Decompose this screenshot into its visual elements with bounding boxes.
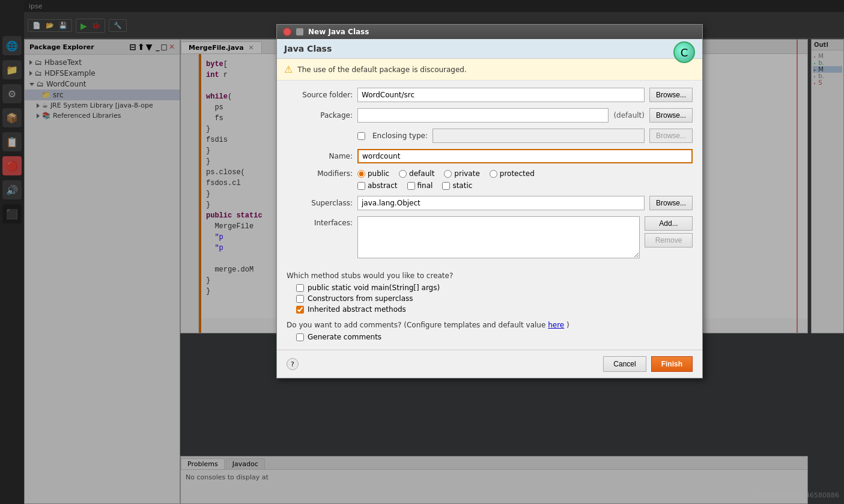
cancel-button[interactable]: Cancel: [603, 356, 646, 372]
stub-inherited[interactable]: Inherited abstract methods: [296, 305, 693, 314]
stub-main-method[interactable]: public static void main(String[] args): [296, 284, 693, 292]
comments-text: Do you want to add comments? (Configure …: [287, 321, 545, 329]
modifiers-row: Modifiers: public default private: [287, 169, 693, 178]
package-label: Package:: [287, 111, 353, 120]
superclass-label: Superclass:: [287, 199, 353, 207]
modifier-private-radio[interactable]: [444, 170, 452, 178]
enclosing-type-label: Enclosing type:: [372, 132, 428, 140]
modifier-final[interactable]: final: [407, 181, 433, 190]
name-input[interactable]: [357, 149, 693, 163]
modifier-static-label: static: [452, 181, 472, 190]
modifier-static-checkbox[interactable]: [442, 182, 450, 190]
interfaces-add-btn[interactable]: Add...: [645, 216, 693, 231]
modifier-protected-label: protected: [500, 169, 535, 178]
source-folder-row: Source folder: Browse...: [287, 88, 693, 102]
dialog-title: New Java Class: [308, 28, 369, 36]
name-label: Name:: [287, 152, 353, 160]
modifier-abstract[interactable]: abstract: [357, 181, 398, 190]
modifier-protected[interactable]: protected: [490, 169, 535, 178]
interfaces-btn-group: Add... Remove: [645, 216, 693, 247]
stub-constructors-checkbox[interactable]: [296, 295, 304, 303]
dialog-footer: ? Cancel Finish: [277, 350, 702, 378]
stub-main-checkbox[interactable]: [296, 284, 304, 292]
stub-main-label: public static void main(String[] args): [308, 284, 440, 292]
interfaces-label: Interfaces:: [287, 216, 353, 227]
modifier-public[interactable]: public: [357, 169, 389, 178]
help-button[interactable]: ?: [287, 358, 299, 370]
warning-bar: ⚠ The use of the default package is disc…: [277, 59, 702, 80]
source-folder-input[interactable]: [357, 88, 645, 102]
finish-button[interactable]: Finish: [651, 356, 693, 372]
enclosing-type-browse-btn: Browse...: [649, 129, 693, 143]
generate-comments-label: Generate comments: [308, 333, 381, 341]
generate-comments-row[interactable]: Generate comments: [296, 333, 693, 341]
warning-icon: ⚠: [284, 64, 293, 75]
package-row: Package: (default) Browse...: [287, 108, 693, 123]
source-folder-browse-btn[interactable]: Browse...: [649, 88, 693, 102]
modifier-default[interactable]: default: [399, 169, 434, 178]
source-folder-label: Source folder:: [287, 91, 353, 99]
modifiers-radio-group: public default private protected: [357, 169, 535, 178]
comments-section: Do you want to add comments? (Configure …: [277, 321, 702, 350]
stubs-title: Which method stubs would you like to cre…: [287, 272, 693, 280]
comments-link-suffix: ): [566, 321, 569, 329]
stub-inherited-checkbox[interactable]: [296, 306, 304, 314]
enclosing-type-row: Enclosing type: Browse...: [287, 129, 693, 143]
interfaces-row: Interfaces: Add... Remove: [287, 216, 693, 258]
dialog-section-header-row: Java Class C: [277, 39, 702, 59]
generate-comments-checkbox[interactable]: [296, 333, 304, 341]
modifier-final-label: final: [417, 181, 433, 190]
interfaces-input[interactable]: [357, 216, 640, 258]
modifier-abstract-label: abstract: [368, 181, 398, 190]
dialog-body: Java Class C ⚠ The use of the default pa…: [277, 39, 702, 378]
modifier-private-label: private: [454, 169, 479, 178]
enclosing-type-input[interactable]: [433, 129, 645, 143]
modifier-public-label: public: [368, 169, 389, 178]
eclipse-logo-container: C: [673, 41, 695, 63]
warning-text: The use of the default package is discou…: [297, 65, 466, 74]
modifier-final-checkbox[interactable]: [407, 182, 415, 190]
name-row: Name:: [287, 149, 693, 163]
new-java-class-dialog: New Java Class Java Class C ⚠ The use of…: [276, 24, 703, 378]
superclass-browse-btn[interactable]: Browse...: [649, 196, 693, 210]
package-default-text: (default): [613, 111, 645, 120]
stub-inherited-label: Inherited abstract methods: [308, 305, 406, 314]
comments-link[interactable]: here: [548, 321, 564, 329]
dialog-form: Source folder: Browse... Package: (defau…: [277, 80, 702, 272]
stubs-section: Which method stubs would you like to cre…: [277, 272, 702, 321]
superclass-row: Superclass: Browse...: [287, 196, 693, 210]
dialog-close-button[interactable]: [283, 28, 291, 36]
modifier-default-radio[interactable]: [399, 170, 407, 178]
modifier-public-radio[interactable]: [357, 170, 365, 178]
modifier-default-label: default: [409, 169, 434, 178]
stub-constructors[interactable]: Constructors from superclass: [296, 294, 693, 303]
package-input[interactable]: [357, 108, 609, 123]
modifier-private[interactable]: private: [444, 169, 479, 178]
dialog-titlebar: New Java Class: [277, 25, 702, 39]
interfaces-remove-btn: Remove: [645, 233, 693, 247]
modifier-protected-radio[interactable]: [490, 170, 497, 178]
eclipse-logo: C: [673, 41, 695, 63]
modifier-static[interactable]: static: [442, 181, 472, 190]
dialog-section-title: Java Class: [284, 44, 332, 53]
superclass-input[interactable]: [357, 196, 645, 210]
comments-line: Do you want to add comments? (Configure …: [287, 321, 693, 329]
stub-constructors-label: Constructors from superclass: [308, 294, 413, 303]
modifier-abstract-checkbox[interactable]: [357, 182, 365, 190]
dialog-minimize-button[interactable]: [296, 28, 303, 35]
extra-modifiers-row: abstract final static: [357, 181, 693, 190]
package-browse-btn[interactable]: Browse...: [649, 108, 693, 123]
modifiers-label: Modifiers:: [287, 169, 353, 178]
enclosing-type-checkbox[interactable]: [357, 132, 365, 140]
